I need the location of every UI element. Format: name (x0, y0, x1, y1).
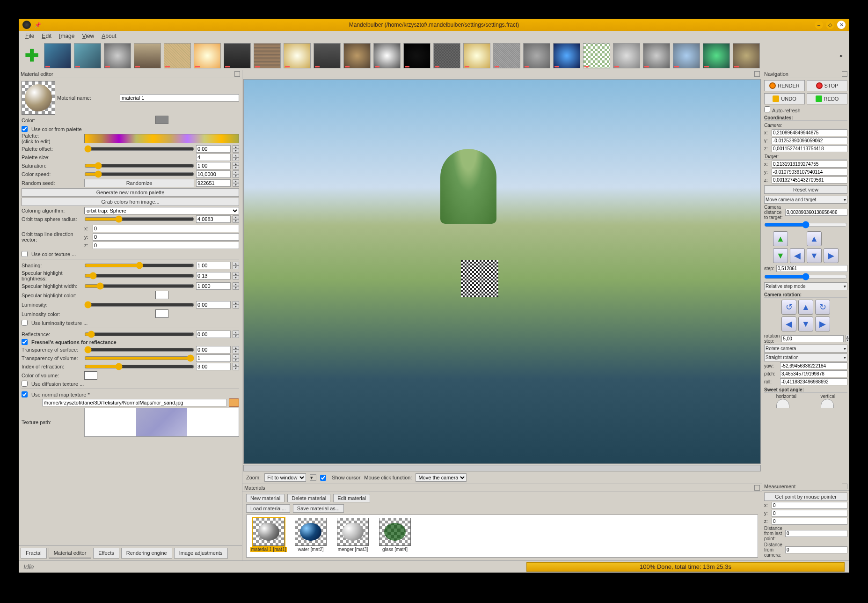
coloring-algo-select[interactable]: orbit trap: Sphere (84, 207, 239, 214)
minimize-button[interactable]: – (815, 21, 823, 29)
toolbar-preset-20[interactable] (613, 43, 640, 68)
stop-button[interactable]: STOP (807, 80, 847, 91)
toolbar-preset-11[interactable] (343, 43, 371, 68)
toolbar-preset-2[interactable] (74, 43, 101, 68)
zoom-apply-button[interactable]: ▾ (310, 474, 316, 481)
tab-image-adjustments[interactable]: Image adjustments (174, 548, 228, 559)
show-cursor-checkbox[interactable] (320, 475, 326, 481)
materials-undock-button[interactable] (754, 485, 760, 491)
pitch-up-button[interactable]: ▲ (798, 300, 813, 315)
generate-palette-button[interactable]: Generate new random palette (22, 188, 239, 197)
measure-y-input[interactable] (772, 510, 847, 517)
ior-slider[interactable] (84, 363, 194, 370)
window-titlebar[interactable]: 📌 Mandelbulber (/home/krzysztof/.mandelb… (19, 19, 849, 31)
dock-undock-button[interactable] (234, 71, 240, 77)
menu-image[interactable]: Image (55, 32, 78, 40)
yaw-right-button[interactable]: ▶ (815, 316, 830, 331)
spec-bright-slider[interactable] (84, 272, 194, 279)
render-scrollbar[interactable] (243, 465, 761, 471)
move-down-button[interactable]: ▼ (807, 248, 822, 263)
move-backward-button[interactable]: ▼ (773, 248, 788, 263)
camera-z-input[interactable] (772, 145, 847, 152)
tab-fractal[interactable]: Fractal (21, 548, 47, 559)
toolbar-add-button[interactable]: ✚ (22, 46, 41, 65)
camera-x-input[interactable] (772, 129, 847, 136)
maximize-button[interactable]: ◇ (826, 21, 834, 29)
render-view[interactable] (243, 79, 761, 464)
toolbar-more-button[interactable]: » (837, 49, 846, 62)
use-color-texture-checkbox[interactable] (22, 251, 28, 257)
saturation-slider[interactable] (84, 162, 194, 169)
yaw-input[interactable] (780, 362, 847, 369)
load-material-button[interactable]: Load material... (246, 504, 290, 513)
target-z-input[interactable] (772, 176, 847, 184)
redo-button[interactable]: REDO (807, 93, 847, 104)
toolbar-preset-23[interactable] (703, 43, 730, 68)
rotation-step-input[interactable] (781, 335, 844, 342)
spec-width-input[interactable] (196, 282, 231, 290)
sweet-spot-h-dial[interactable] (776, 399, 789, 408)
target-x-input[interactable] (772, 161, 847, 168)
render-undock-button[interactable] (754, 71, 760, 77)
menu-file[interactable]: FFileile (22, 32, 38, 40)
toolbar-preset-24[interactable] (733, 43, 760, 68)
click-function-select[interactable]: Move the camera (416, 473, 467, 482)
shading-input[interactable] (196, 262, 231, 269)
move-up-button[interactable]: ▲ (807, 231, 822, 246)
tab-effects[interactable]: Effects (93, 548, 119, 559)
transp-volume-slider[interactable] (84, 355, 194, 361)
camera-distance-slider[interactable] (764, 221, 847, 228)
browse-normal-map-button[interactable] (229, 398, 239, 407)
dist-camera-input[interactable] (785, 546, 847, 553)
render-button[interactable]: RENDER (764, 80, 805, 91)
shading-slider[interactable] (84, 262, 194, 269)
toolbar-preset-21[interactable] (643, 43, 670, 68)
material-thumb-3[interactable]: .thumb:nth-child(3) .img::after{backgrou… (334, 518, 372, 554)
toolbar-preset-10[interactable] (314, 43, 341, 68)
target-y-input[interactable] (772, 169, 847, 176)
save-material-button[interactable]: Save material as... (293, 504, 344, 513)
orbit-trap-sphere-slider[interactable] (84, 216, 194, 222)
move-right-button[interactable]: ▶ (824, 248, 839, 263)
transp-surface-slider[interactable] (84, 346, 194, 353)
dir-x-input[interactable] (93, 225, 239, 232)
rotate-camera-dropdown[interactable]: Rotate camera▾ (764, 345, 847, 353)
new-material-button[interactable]: New material (246, 494, 284, 502)
material-thumb-4[interactable]: .thumb:nth-child(4) .img::after{backgrou… (376, 518, 414, 554)
toolbar-preset-6[interactable] (194, 43, 221, 68)
edit-material-button[interactable]: Edit material (333, 494, 370, 502)
toolbar-preset-19[interactable] (583, 43, 610, 68)
delete-material-button[interactable]: Delete material (287, 494, 330, 502)
step-slider[interactable] (764, 273, 847, 280)
move-forward-button[interactable]: ▲ (773, 231, 788, 246)
reflectance-slider[interactable] (84, 331, 194, 338)
sweet-spot-v-dial[interactable] (821, 399, 834, 408)
toolbar-preset-4[interactable] (134, 43, 161, 68)
normal-map-path-input[interactable] (42, 399, 227, 406)
orbit-trap-sphere-input[interactable] (196, 215, 231, 223)
material-name-input[interactable] (120, 94, 239, 102)
use-luminosity-texture-checkbox[interactable] (22, 320, 28, 326)
randomize-button[interactable]: Randomize (84, 179, 194, 187)
dist-last-point-input[interactable] (785, 530, 847, 537)
close-button[interactable]: ✕ (837, 21, 846, 29)
toolbar-preset-14[interactable] (433, 43, 460, 68)
spec-width-slider[interactable] (84, 283, 194, 289)
toolbar-preset-16[interactable] (493, 43, 520, 68)
toolbar-preset-9[interactable] (284, 43, 311, 68)
toolbar-preset-15[interactable] (463, 43, 490, 68)
roll-left-button[interactable]: ↺ (781, 300, 796, 315)
use-diffusion-texture-checkbox[interactable] (22, 381, 28, 387)
palette-offset-input[interactable] (196, 145, 231, 153)
use-normal-map-checkbox[interactable] (22, 391, 28, 397)
tab-material-editor[interactable]: Material editor (49, 548, 92, 559)
color-speed-slider[interactable] (84, 171, 194, 177)
toolbar-preset-22[interactable] (673, 43, 700, 68)
straight-rotation-dropdown[interactable]: Straight rotation▾ (764, 353, 847, 361)
undo-button[interactable]: UNDO (764, 93, 805, 104)
step-input[interactable] (776, 265, 847, 272)
measure-z-input[interactable] (772, 518, 847, 525)
roll-input[interactable] (780, 378, 847, 385)
toolbar-preset-3[interactable] (104, 43, 131, 68)
toolbar-preset-1[interactable] (44, 43, 71, 68)
